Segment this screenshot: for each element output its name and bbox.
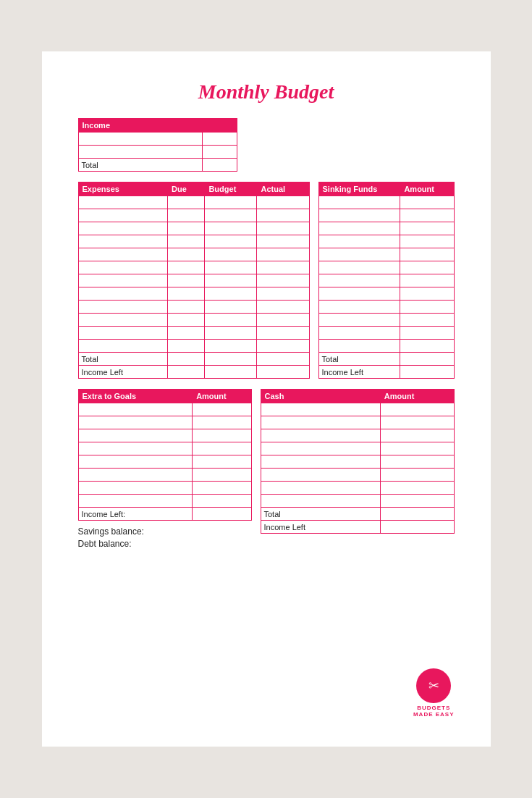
cash-income-left-label: Income Left: [261, 521, 380, 534]
table-row: [78, 495, 251, 508]
income-row-1: [78, 133, 237, 146]
budget-page: Monthly Budget Income Total: [42, 51, 491, 747]
sinking-header-row: Sinking Funds Amount: [318, 182, 454, 196]
table-row: [261, 416, 454, 429]
goals-table: Extra to Goals Amount Income Left:: [78, 389, 252, 521]
logo-made-easy: MADE EASY: [413, 711, 455, 718]
table-row: [318, 235, 454, 248]
table-row: [318, 287, 454, 301]
table-row: [78, 274, 309, 287]
income-table: Income Total: [78, 118, 237, 172]
expenses-header-row: Expenses Due Budget Actual: [78, 182, 309, 196]
table-row: [78, 416, 251, 429]
income-row-2: [78, 146, 237, 159]
table-row: [318, 196, 454, 209]
cash-table: Cash Amount Total Income Left: [261, 389, 455, 534]
goals-header-col1: Extra to Goals: [78, 390, 193, 403]
table-row: [78, 196, 309, 209]
goals-cash-section: Extra to Goals Amount Income Left: Savin: [78, 389, 455, 551]
table-row: [78, 314, 309, 327]
expenses-header-col4: Actual: [257, 182, 309, 196]
cash-total-label: Total: [261, 508, 380, 521]
expenses-table: Expenses Due Budget Actual Total: [78, 182, 310, 379]
table-row: [261, 495, 454, 508]
table-row: [318, 314, 454, 327]
goals-income-left-row: Income Left:: [78, 508, 251, 521]
expenses-total-row: Total: [78, 353, 309, 366]
sinking-income-left-label: Income Left: [318, 366, 400, 379]
cash-total-row: Total: [261, 508, 454, 521]
table-row: [78, 287, 309, 301]
table-row: [318, 222, 454, 235]
debt-balance-label: Debt balance:: [78, 539, 252, 549]
table-row: [78, 235, 309, 248]
table-row: [78, 340, 309, 353]
cash-header-row: Cash Amount: [261, 390, 454, 403]
table-row: [78, 301, 309, 314]
table-row: [318, 274, 454, 287]
cash-income-left-row: Income Left: [261, 521, 454, 534]
table-row: [318, 301, 454, 314]
income-header-row: Income: [78, 119, 237, 133]
cash-col: Cash Amount Total Income Left: [261, 389, 455, 551]
table-row: [318, 340, 454, 353]
logo-area: Budgets MADE EASY: [413, 668, 455, 718]
expenses-sinking-section: Expenses Due Budget Actual Total: [78, 182, 455, 379]
goals-header-col2: Amount: [193, 390, 251, 403]
table-row: [318, 209, 454, 222]
table-row: [261, 442, 454, 455]
table-row: [78, 403, 251, 416]
sinking-funds-col: Sinking Funds Amount Total: [318, 182, 455, 379]
table-row: [261, 482, 454, 495]
table-row: [78, 327, 309, 340]
expenses-header-col2: Due: [167, 182, 204, 196]
table-row: [78, 222, 309, 235]
logo-text: Budgets MADE EASY: [413, 705, 455, 718]
table-row: [78, 455, 251, 469]
cash-header-col2: Amount: [380, 390, 454, 403]
page-title: Monthly Budget: [78, 80, 455, 104]
goals-header-row: Extra to Goals Amount: [78, 390, 251, 403]
savings-balance-label: Savings balance:: [78, 526, 252, 537]
sinking-funds-table: Sinking Funds Amount Total: [318, 182, 455, 379]
logo-brand: Budgets: [417, 705, 450, 711]
sinking-header-col1: Sinking Funds: [318, 182, 400, 196]
sinking-header-col2: Amount: [400, 182, 454, 196]
expenses-header-col3: Budget: [205, 182, 257, 196]
goals-income-left-label: Income Left:: [78, 508, 193, 521]
income-total-label: Total: [78, 159, 202, 172]
table-row: [78, 429, 251, 442]
sinking-income-left-row: Income Left: [318, 366, 454, 379]
table-row: [78, 482, 251, 495]
table-row: [318, 248, 454, 261]
table-row: [261, 429, 454, 442]
table-row: [78, 469, 251, 482]
income-total-row: Total: [78, 159, 237, 172]
expenses-income-left-row: Income Left: [78, 366, 309, 379]
table-row: [78, 248, 309, 261]
goals-col: Extra to Goals Amount Income Left: Savin: [78, 389, 252, 551]
table-row: [318, 261, 454, 274]
table-row: [78, 442, 251, 455]
table-row: [261, 403, 454, 416]
cash-header-col1: Cash: [261, 390, 380, 403]
expenses-income-left-label: Income Left: [78, 366, 167, 379]
table-row: [78, 209, 309, 222]
table-row: [261, 455, 454, 469]
table-row: [261, 469, 454, 482]
expenses-header-col1: Expenses: [78, 182, 167, 196]
logo-circle: [416, 668, 451, 703]
income-section: Income Total: [78, 118, 455, 172]
table-row: [78, 261, 309, 274]
savings-debt-section: Savings balance: Debt balance:: [78, 526, 252, 549]
table-row: [318, 327, 454, 340]
expenses-total-label: Total: [78, 353, 167, 366]
sinking-total-label: Total: [318, 353, 400, 366]
income-header: Income: [78, 119, 237, 133]
expenses-col: Expenses Due Budget Actual Total: [78, 182, 310, 379]
sinking-total-row: Total: [318, 353, 454, 366]
